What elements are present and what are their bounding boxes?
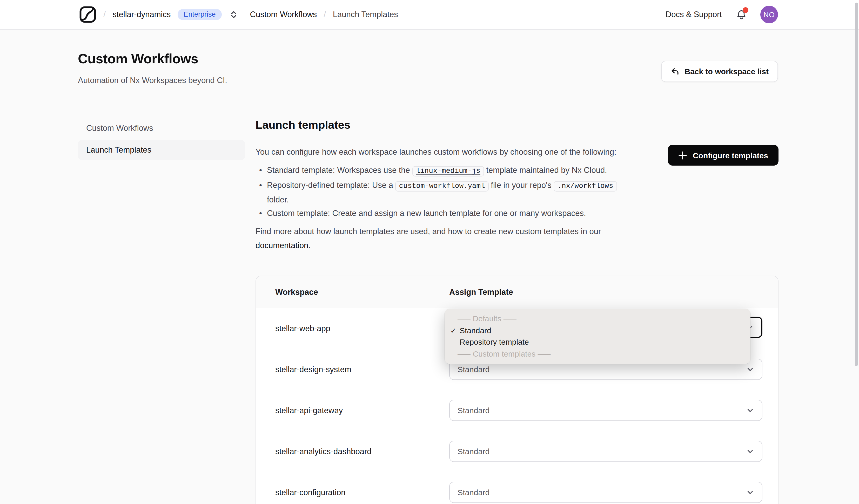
- code-custom-workflow-yaml: custom-workflow.yaml: [395, 181, 489, 191]
- plan-badge: Enterprise: [177, 9, 222, 20]
- app-viewport: / stellar-dynamics Enterprise Custom Wor…: [0, 0, 859, 504]
- top-navbar: / stellar-dynamics Enterprise Custom Wor…: [0, 0, 859, 30]
- table-row: stellar-api-gateway Standard: [256, 390, 778, 431]
- workspace-name-cell: stellar-analytics-dashboard: [275, 431, 371, 472]
- column-header-assign-template: Assign Template: [449, 276, 513, 308]
- page-title: Custom Workflows: [78, 51, 198, 67]
- list-item-repository-template: Repository-defined template: Use a custo…: [256, 178, 627, 207]
- documentation-link[interactable]: documentation: [256, 241, 308, 250]
- select-value: Standard: [457, 406, 489, 415]
- list-item-custom-template: Custom template: Create and assign a new…: [256, 207, 627, 220]
- bullet-text: Standard template: Workspaces use the: [267, 166, 412, 175]
- section-heading: Launch templates: [256, 119, 350, 132]
- select-value: Standard: [457, 447, 489, 456]
- user-avatar[interactable]: NO: [760, 6, 778, 24]
- navbar-breadcrumb: / stellar-dynamics Enterprise Custom Wor…: [79, 6, 398, 24]
- bullet-text: file in your repo's: [489, 180, 554, 189]
- plus-icon: [678, 151, 687, 159]
- chevron-down-icon: [746, 488, 754, 496]
- select-value: Standard: [457, 488, 489, 497]
- note-text: Find more about how launch templates are…: [256, 227, 601, 236]
- workspace-name-cell: stellar-configuration: [275, 472, 346, 504]
- bullet-text: template maintained by Nx Cloud.: [484, 166, 607, 175]
- template-select-stellar-api-gateway[interactable]: Standard: [449, 400, 763, 421]
- code-nx-workflows: .nx/workflows: [554, 181, 617, 191]
- docs-support-link[interactable]: Docs & Support: [665, 10, 722, 19]
- breadcrumb-section[interactable]: Custom Workflows: [250, 10, 317, 19]
- configure-templates-button[interactable]: Configure templates: [668, 145, 779, 166]
- page-scrollbar[interactable]: [854, 0, 859, 504]
- table-header: Workspace Assign Template: [256, 276, 778, 308]
- breadcrumb-page[interactable]: Launch Templates: [333, 10, 398, 19]
- checkmark-icon: ✓: [450, 325, 456, 336]
- sidebar-item-custom-workflows[interactable]: Custom Workflows: [78, 118, 245, 139]
- select-value: Standard: [457, 365, 489, 374]
- menu-option-label: Standard: [459, 326, 491, 335]
- scrollbar-thumb[interactable]: [855, 3, 858, 366]
- workspace-name-cell: stellar-design-system: [275, 349, 351, 390]
- list-item-standard-template: Standard template: Workspaces use the li…: [256, 164, 627, 179]
- docs-note: Find more about how launch templates are…: [256, 225, 627, 252]
- workspace-name[interactable]: stellar-dynamics: [112, 10, 170, 19]
- menu-option-standard[interactable]: ✓ Standard: [444, 325, 751, 336]
- bullet-text: Custom template: Create and assign a new…: [267, 209, 586, 217]
- sidebar-item-label: Launch Templates: [86, 145, 151, 155]
- settings-sidebar: Custom Workflows Launch Templates: [78, 118, 245, 162]
- table-row: stellar-analytics-dashboard Standard: [256, 431, 778, 472]
- breadcrumb-separator: /: [323, 9, 326, 20]
- intro-paragraph: You can configure how each workspace lau…: [256, 145, 627, 159]
- table-row: stellar-configuration Standard: [256, 472, 778, 504]
- navbar-actions: Docs & Support NO: [665, 6, 778, 24]
- template-select-stellar-configuration[interactable]: Standard: [449, 482, 763, 503]
- menu-option-label: Repository template: [459, 337, 529, 346]
- chevron-down-icon: [746, 365, 754, 373]
- configure-button-label: Configure templates: [693, 151, 768, 159]
- sidebar-item-launch-templates[interactable]: Launch Templates: [78, 140, 245, 161]
- menu-section-custom-templates: ––– Custom templates –––: [444, 348, 751, 360]
- section-description: You can configure how each workspace lau…: [256, 145, 627, 260]
- workspace-name-cell: stellar-api-gateway: [275, 390, 343, 431]
- workspace-name-cell: stellar-web-app: [275, 308, 330, 349]
- chevron-down-icon: [746, 407, 754, 414]
- note-text: .: [308, 241, 311, 250]
- column-header-workspace: Workspace: [275, 276, 318, 308]
- notification-dot: [743, 7, 748, 13]
- template-dropdown-menu: ––– Defaults ––– ✓ Standard Repository t…: [444, 309, 751, 364]
- code-linux-medium-js[interactable]: linux-medium-js: [412, 166, 484, 177]
- bullet-text: Repository-defined template: Use a: [267, 180, 395, 189]
- notifications-button[interactable]: [735, 9, 747, 20]
- nx-cloud-logo-icon[interactable]: [79, 6, 96, 24]
- chevron-down-icon: [746, 447, 754, 455]
- template-options-list: Standard template: Workspaces use the li…: [256, 164, 627, 220]
- menu-option-repository-template[interactable]: Repository template: [444, 336, 751, 348]
- workspace-switcher-icon[interactable]: [230, 10, 238, 19]
- bullet-text: folder.: [267, 195, 289, 204]
- page-subtitle: Automation of Nx Workspaces beyond CI.: [78, 76, 227, 85]
- breadcrumb-separator: /: [103, 9, 106, 20]
- menu-section-defaults: ––– Defaults –––: [444, 313, 751, 325]
- sidebar-item-label: Custom Workflows: [86, 124, 153, 133]
- template-select-stellar-analytics-dashboard[interactable]: Standard: [449, 441, 763, 462]
